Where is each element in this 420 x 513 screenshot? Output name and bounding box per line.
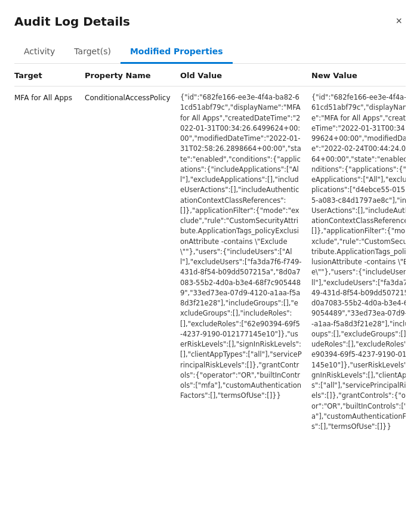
table-wrapper: Target Property Name Old Value New Value… bbox=[14, 64, 406, 499]
tab-activity[interactable]: Activity bbox=[14, 41, 64, 64]
close-button[interactable]: × bbox=[392, 14, 406, 27]
table-header-row: Target Property Name Old Value New Value bbox=[14, 64, 406, 86]
cell-target: MFA for All Apps bbox=[14, 86, 80, 438]
cell-old-value: {"id":"682fe166-ee3e-4f4a-ba82-61cd51abf… bbox=[175, 86, 307, 438]
tab-bar: Activity Target(s) Modified Properties bbox=[14, 41, 406, 64]
dialog-header: Audit Log Details × bbox=[14, 14, 406, 29]
properties-table: Target Property Name Old Value New Value… bbox=[14, 64, 406, 438]
table-row: MFA for All AppsConditionalAccessPolicy{… bbox=[14, 86, 406, 438]
tab-targets[interactable]: Target(s) bbox=[64, 41, 121, 64]
tab-modified-properties[interactable]: Modified Properties bbox=[121, 41, 233, 64]
audit-log-dialog: Audit Log Details × Activity Target(s) M… bbox=[0, 0, 420, 513]
col-target: Target bbox=[14, 64, 80, 86]
cell-property-name: ConditionalAccessPolicy bbox=[80, 86, 175, 438]
col-new-value: New Value bbox=[307, 64, 406, 86]
dialog-title: Audit Log Details bbox=[14, 14, 130, 29]
col-property-name: Property Name bbox=[80, 64, 175, 86]
col-old-value: Old Value bbox=[175, 64, 307, 86]
cell-new-value: {"id":"682fe166-ee3e-4f4a-ba82-61cd51abf… bbox=[307, 86, 406, 438]
